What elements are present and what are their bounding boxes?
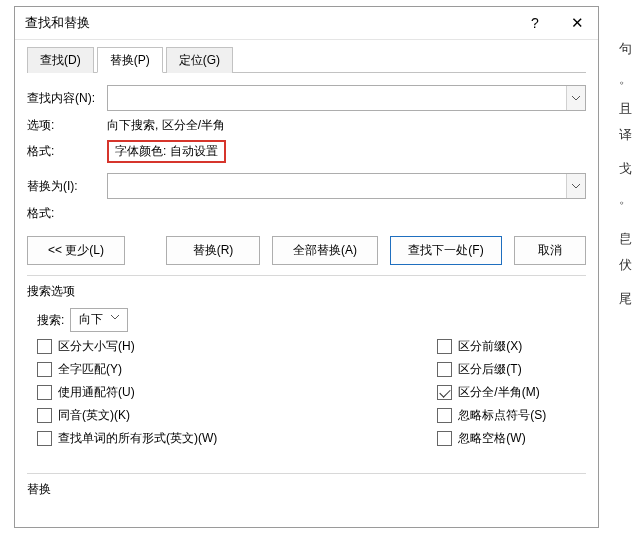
options-left-column: 区分大小写(H)全字匹配(Y)使用通配符(U)同音(英文)(K)查找单词的所有形… <box>37 338 217 447</box>
checkbox-box[interactable] <box>437 431 452 446</box>
checkbox-box[interactable] <box>437 339 452 354</box>
search-direction-value: 向下 <box>71 309 111 331</box>
checkbox-option[interactable]: 查找单词的所有形式(英文)(W) <box>37 430 217 447</box>
search-options-section: 搜索选项 搜索: 向下 区分大小写(H)全字匹配(Y)使用通配符(U)同音(英文… <box>27 275 586 447</box>
tab-replace[interactable]: 替换(P) <box>97 47 163 73</box>
dialog-title: 查找和替换 <box>15 14 514 32</box>
checkbox-option[interactable]: 区分全/半角(M) <box>437 384 546 401</box>
checkbox-label: 区分全/半角(M) <box>458 384 539 401</box>
chevron-down-icon <box>572 184 580 189</box>
tab-goto[interactable]: 定位(G) <box>166 47 233 73</box>
options-right-column: 区分前缀(X)区分后缀(T)区分全/半角(M)忽略标点符号(S)忽略空格(W) <box>437 338 546 447</box>
options-label: 选项: <box>27 117 107 134</box>
options-value: 向下搜索, 区分全/半角 <box>107 117 586 134</box>
close-button[interactable]: ✕ <box>556 7 598 39</box>
checkbox-option[interactable]: 同音(英文)(K) <box>37 407 217 424</box>
titlebar: 查找和替换 ? ✕ <box>15 7 598 40</box>
replace-all-button[interactable]: 全部替换(A) <box>272 236 378 265</box>
checkbox-box[interactable] <box>437 408 452 423</box>
find-replace-dialog: 查找和替换 ? ✕ 查找(D) 替换(P) 定位(G) 查找内容(N): <box>14 6 599 528</box>
checkbox-box[interactable] <box>437 385 452 400</box>
checkbox-box[interactable] <box>37 431 52 446</box>
search-options-title: 搜索选项 <box>27 283 81 300</box>
find-input[interactable] <box>108 86 566 110</box>
checkbox-box[interactable] <box>37 339 52 354</box>
replace-footer-title: 替换 <box>27 481 57 498</box>
checkbox-label: 同音(英文)(K) <box>58 407 130 424</box>
checkbox-option[interactable]: 忽略空格(W) <box>437 430 546 447</box>
replace-button[interactable]: 替换(R) <box>166 236 260 265</box>
find-format-value: 字体颜色: 自动设置 <box>107 140 226 163</box>
less-button[interactable]: << 更少(L) <box>27 236 125 265</box>
chevron-down-icon <box>111 315 119 320</box>
checkbox-box[interactable] <box>37 362 52 377</box>
replace-combo[interactable] <box>107 173 586 199</box>
checkbox-box[interactable] <box>37 385 52 400</box>
search-direction-dropdown-button[interactable] <box>111 309 127 331</box>
checkbox-box[interactable] <box>437 362 452 377</box>
chevron-down-icon <box>572 96 580 101</box>
checkbox-option[interactable]: 区分前缀(X) <box>437 338 546 355</box>
checkbox-label: 查找单词的所有形式(英文)(W) <box>58 430 217 447</box>
search-direction-combo[interactable]: 向下 <box>70 308 128 332</box>
checkbox-option[interactable]: 区分后缀(T) <box>437 361 546 378</box>
cancel-button[interactable]: 取消 <box>514 236 586 265</box>
find-label: 查找内容(N): <box>27 90 107 107</box>
checkbox-option[interactable]: 全字匹配(Y) <box>37 361 217 378</box>
tab-find[interactable]: 查找(D) <box>27 47 94 73</box>
replace-label: 替换为(I): <box>27 178 107 195</box>
button-row: << 更少(L) 替换(R) 全部替换(A) 查找下一处(F) 取消 <box>27 236 586 265</box>
checkbox-label: 区分前缀(X) <box>458 338 522 355</box>
checkbox-option[interactable]: 使用通配符(U) <box>37 384 217 401</box>
replace-footer-section: 替换 <box>27 473 586 506</box>
search-direction-label: 搜索: <box>37 312 64 329</box>
checkbox-option[interactable]: 忽略标点符号(S) <box>437 407 546 424</box>
tab-strip: 查找(D) 替换(P) 定位(G) <box>27 46 586 73</box>
replace-dropdown-button[interactable] <box>566 174 585 198</box>
checkbox-label: 区分大小写(H) <box>58 338 135 355</box>
checkbox-label: 区分后缀(T) <box>458 361 521 378</box>
checkbox-label: 使用通配符(U) <box>58 384 135 401</box>
checkbox-label: 忽略空格(W) <box>458 430 525 447</box>
background-document: 句 。 且 译 戈 。 皀 伏 尾 <box>610 0 640 535</box>
find-next-button[interactable]: 查找下一处(F) <box>390 236 502 265</box>
checkbox-box[interactable] <box>37 408 52 423</box>
help-button[interactable]: ? <box>514 7 556 39</box>
checkbox-label: 忽略标点符号(S) <box>458 407 546 424</box>
replace-format-label: 格式: <box>27 205 107 222</box>
find-dropdown-button[interactable] <box>566 86 585 110</box>
checkbox-label: 全字匹配(Y) <box>58 361 122 378</box>
find-combo[interactable] <box>107 85 586 111</box>
checkmark-icon <box>439 386 450 397</box>
checkbox-option[interactable]: 区分大小写(H) <box>37 338 217 355</box>
find-format-label: 格式: <box>27 143 107 160</box>
replace-input[interactable] <box>108 174 566 198</box>
